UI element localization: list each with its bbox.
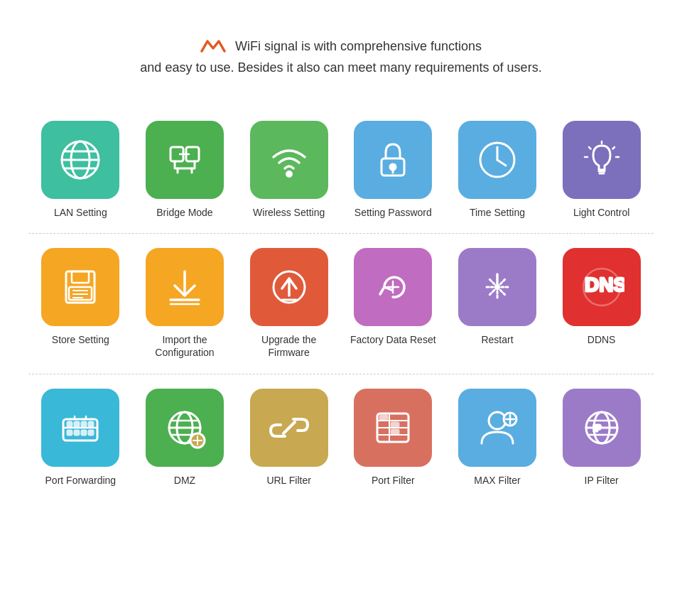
feature-item[interactable]: Time Setting <box>451 121 543 219</box>
userfilter-icon-box <box>458 389 536 467</box>
feature-item[interactable]: Port Filter <box>347 389 439 487</box>
svg-rect-49 <box>75 422 79 426</box>
feature-label: MAX Filter <box>474 474 520 487</box>
dns-icon-box: DNS <box>563 248 641 326</box>
svg-line-18 <box>589 147 591 149</box>
upgrade-icon-box <box>250 248 328 326</box>
feature-row-0: LAN Setting Bridge Mode Wireless Setting… <box>28 107 654 234</box>
feature-item[interactable]: Store Setting <box>34 248 126 346</box>
restart-icon-box <box>458 248 536 326</box>
feature-label: Setting Password <box>354 206 432 219</box>
feature-item[interactable]: Factory Data Reset <box>347 248 439 346</box>
description: WiFi signal is with comprehensive functi… <box>140 33 541 78</box>
svg-line-20 <box>612 147 615 149</box>
feature-label: IP Filter <box>585 474 619 487</box>
svg-line-42 <box>497 287 506 296</box>
feature-label: DDNS <box>588 333 616 346</box>
feature-label: Time Setting <box>470 206 525 219</box>
ipglobe-icon-box: IP <box>563 389 641 467</box>
bridge-icon-box <box>146 121 224 199</box>
feature-item[interactable]: IPIP Filter <box>556 389 648 487</box>
svg-line-37 <box>489 279 497 287</box>
svg-text:DNS: DNS <box>585 274 624 296</box>
svg-rect-54 <box>82 431 86 435</box>
features-grid: LAN Setting Bridge Mode Wireless Setting… <box>28 107 654 501</box>
feature-label: Import the Configuration <box>139 333 231 359</box>
svg-rect-51 <box>89 422 93 426</box>
svg-rect-73 <box>391 423 399 426</box>
feature-item[interactable]: Port Forwarding <box>34 389 126 487</box>
feature-label: LAN Setting <box>54 206 107 219</box>
feature-item[interactable]: Setting Password <box>347 121 439 219</box>
feature-row-2: Port Forwarding DMZ URL Filter P <box>28 374 654 501</box>
logo-icon <box>200 33 226 58</box>
globe-icon-box <box>41 121 119 199</box>
svg-rect-50 <box>82 422 86 426</box>
feature-label: URL Filter <box>266 474 311 487</box>
svg-rect-53 <box>75 431 79 435</box>
wifi-icon-box <box>250 121 328 199</box>
clock-icon-box <box>458 121 536 199</box>
bulb-icon-box <box>563 121 641 199</box>
feature-label: Upgrade the Firmware <box>243 333 335 359</box>
feature-item[interactable]: Upgrade the Firmware <box>243 248 335 359</box>
feature-label: Store Setting <box>52 333 109 346</box>
feature-item[interactable]: Import the Configuration <box>139 248 231 359</box>
feature-item[interactable]: URL Filter <box>243 389 335 487</box>
svg-point-8 <box>286 171 291 176</box>
feature-label: Factory Data Reset <box>350 333 436 346</box>
lock-icon-box <box>354 121 432 199</box>
feature-label: Bridge Mode <box>156 206 212 219</box>
feature-label: Port Forwarding <box>45 474 117 487</box>
port-icon-box <box>41 389 119 467</box>
save-icon-box <box>41 248 119 326</box>
globe2-icon-box <box>146 389 224 467</box>
feature-item[interactable]: Restart <box>451 248 543 346</box>
feature-label: Light Control <box>573 206 629 219</box>
feature-label: Restart <box>481 333 513 346</box>
svg-rect-74 <box>391 430 399 433</box>
feature-label: DMZ <box>174 474 195 487</box>
portfilter-icon-box <box>354 389 432 467</box>
feature-item[interactable]: LAN Setting <box>34 121 126 219</box>
comfast-logo <box>200 33 229 58</box>
feature-item[interactable]: MAX Filter <box>451 389 543 487</box>
svg-line-66 <box>283 422 295 433</box>
link-icon-box <box>250 389 328 467</box>
import-icon-box <box>146 248 224 326</box>
feature-item[interactable]: Wireless Setting <box>243 121 335 219</box>
feature-label: Wireless Setting <box>253 206 325 219</box>
svg-rect-23 <box>72 271 89 283</box>
svg-line-14 <box>497 160 506 166</box>
feature-item[interactable]: Bridge Mode <box>139 121 231 219</box>
feature-item[interactable]: DMZ <box>139 389 231 487</box>
feature-label: Port Filter <box>372 474 415 487</box>
svg-text:IP: IP <box>593 423 601 433</box>
svg-line-38 <box>497 279 506 287</box>
svg-rect-72 <box>380 416 387 419</box>
svg-rect-52 <box>67 431 72 435</box>
feature-row-1: Store Setting Import the Configuration U… <box>28 234 654 374</box>
svg-rect-55 <box>89 431 93 435</box>
feature-item[interactable]: Light Control <box>556 121 648 219</box>
reset-icon-box <box>354 248 432 326</box>
feature-item[interactable]: DNS DDNS <box>556 248 648 346</box>
svg-rect-48 <box>67 422 72 426</box>
svg-line-41 <box>489 287 497 296</box>
